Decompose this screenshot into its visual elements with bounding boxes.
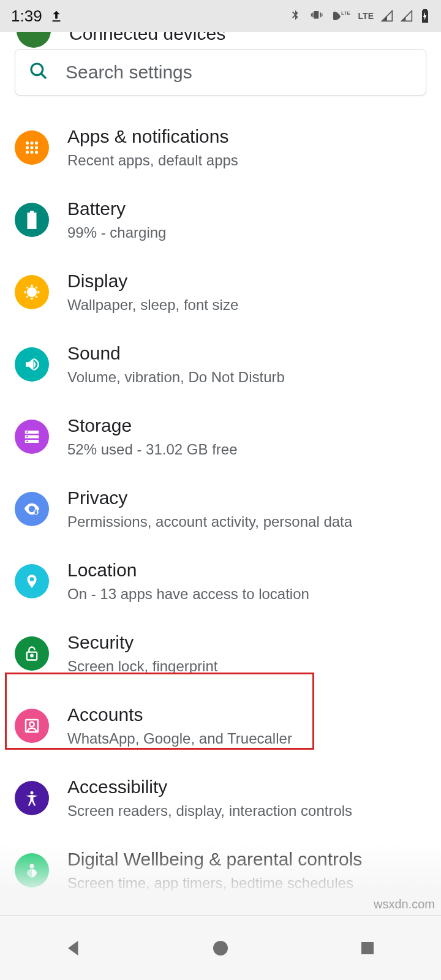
row-title: Battery bbox=[67, 197, 426, 221]
lte-icon: LTE bbox=[358, 11, 374, 21]
status-time: 1:39 bbox=[11, 7, 42, 26]
connected-devices-icon bbox=[17, 32, 51, 48]
partial-row-connected-devices[interactable]: Connected devices bbox=[0, 32, 441, 50]
row-accessibility[interactable]: Accessibility Screen readers, display, i… bbox=[0, 762, 441, 834]
svg-line-2 bbox=[41, 74, 46, 78]
svg-point-19 bbox=[30, 507, 33, 510]
row-privacy[interactable]: Privacy Permissions, account activity, p… bbox=[0, 473, 441, 545]
settings-list: Apps & notifications Recent apps, defaul… bbox=[0, 111, 441, 915]
svg-point-10 bbox=[31, 151, 34, 154]
battery-icon bbox=[15, 203, 49, 237]
svg-point-27 bbox=[31, 791, 34, 794]
volte-icon: LTE bbox=[333, 9, 351, 23]
search-input[interactable] bbox=[66, 62, 412, 83]
bluetooth-icon bbox=[288, 8, 302, 24]
row-title: Security bbox=[67, 631, 426, 654]
search-bar[interactable] bbox=[15, 49, 426, 96]
row-title: Accounts bbox=[67, 703, 426, 726]
svg-point-7 bbox=[31, 146, 34, 149]
row-subtitle: Screen lock, fingerprint bbox=[67, 657, 426, 676]
svg-point-26 bbox=[29, 722, 34, 727]
row-security[interactable]: Security Screen lock, fingerprint bbox=[0, 617, 441, 690]
row-battery[interactable]: Battery 99% - charging bbox=[0, 184, 441, 256]
apps-icon bbox=[15, 130, 49, 165]
row-title: Location bbox=[67, 559, 426, 582]
vibrate-icon bbox=[309, 9, 325, 23]
navigation-bar bbox=[0, 915, 441, 980]
nav-back-button[interactable] bbox=[55, 930, 92, 967]
svg-point-17 bbox=[26, 436, 28, 438]
nav-home-button[interactable] bbox=[202, 930, 239, 967]
wellbeing-icon bbox=[15, 853, 49, 888]
svg-rect-21 bbox=[35, 511, 37, 514]
svg-point-4 bbox=[31, 141, 34, 145]
row-subtitle: Volume, vibration, Do Not Disturb bbox=[67, 368, 426, 387]
row-title: Sound bbox=[67, 342, 426, 365]
security-icon bbox=[15, 636, 49, 671]
row-storage[interactable]: Storage 52% used - 31.02 GB free bbox=[0, 401, 441, 473]
svg-point-6 bbox=[26, 146, 29, 149]
svg-point-11 bbox=[35, 151, 38, 154]
location-icon bbox=[15, 564, 49, 598]
row-apps-notifications[interactable]: Apps & notifications Recent apps, defaul… bbox=[0, 111, 441, 184]
battery-charging-icon bbox=[420, 9, 430, 23]
sound-icon bbox=[15, 347, 49, 382]
svg-point-16 bbox=[26, 431, 28, 433]
search-icon bbox=[29, 61, 48, 83]
svg-point-3 bbox=[26, 141, 29, 145]
row-subtitle: WhatsApp, Google, and Truecaller bbox=[67, 729, 426, 748]
row-title: Privacy bbox=[67, 486, 426, 510]
row-subtitle: 99% - charging bbox=[67, 223, 426, 243]
row-accounts[interactable]: Accounts WhatsApp, Google, and Truecalle… bbox=[0, 690, 441, 762]
svg-point-12 bbox=[28, 288, 36, 296]
row-title: Apps & notifications bbox=[67, 125, 426, 148]
settings-content: Connected devices Apps & notifications R… bbox=[0, 32, 441, 915]
privacy-icon bbox=[15, 492, 49, 526]
display-icon bbox=[15, 275, 49, 309]
row-subtitle: On - 13 apps have access to location bbox=[67, 584, 426, 604]
row-location[interactable]: Location On - 13 apps have access to loc… bbox=[0, 545, 441, 617]
svg-point-5 bbox=[35, 141, 38, 145]
upload-icon bbox=[50, 9, 63, 23]
svg-point-8 bbox=[35, 146, 38, 149]
nav-recent-button[interactable] bbox=[349, 930, 386, 967]
svg-point-22 bbox=[30, 578, 34, 582]
row-title: Accessibility bbox=[67, 775, 426, 799]
storage-icon bbox=[15, 420, 49, 454]
svg-point-24 bbox=[31, 655, 33, 657]
watermark: wsxdn.com bbox=[374, 897, 435, 911]
svg-point-29 bbox=[213, 941, 228, 956]
svg-rect-30 bbox=[361, 942, 374, 954]
svg-text:LTE: LTE bbox=[341, 10, 350, 16]
accessibility-icon bbox=[15, 781, 49, 815]
signal-1-icon bbox=[381, 10, 393, 22]
row-subtitle: Wallpaper, sleep, font size bbox=[67, 295, 426, 315]
svg-point-18 bbox=[26, 440, 28, 442]
row-title: Digital Wellbeing & parental controls bbox=[67, 848, 426, 871]
row-subtitle: Recent apps, default apps bbox=[67, 151, 426, 170]
row-sound[interactable]: Sound Volume, vibration, Do Not Disturb bbox=[0, 328, 441, 401]
accounts-icon bbox=[15, 709, 49, 743]
svg-point-28 bbox=[30, 864, 34, 869]
status-bar: 1:39 LTE LTE bbox=[0, 0, 441, 32]
svg-point-9 bbox=[26, 151, 29, 154]
svg-point-1 bbox=[31, 64, 43, 75]
row-subtitle: 52% used - 31.02 GB free bbox=[67, 440, 426, 459]
partial-row-title: Connected devices bbox=[69, 32, 225, 44]
signal-2-icon bbox=[401, 10, 413, 22]
row-display[interactable]: Display Wallpaper, sleep, font size bbox=[0, 256, 441, 328]
row-title: Storage bbox=[67, 414, 426, 437]
row-title: Display bbox=[67, 270, 426, 293]
row-subtitle: Screen time, app timers, bedtime schedul… bbox=[67, 873, 426, 893]
row-digital-wellbeing[interactable]: Digital Wellbeing & parental controls Sc… bbox=[0, 834, 441, 907]
row-subtitle: Permissions, account activity, personal … bbox=[67, 512, 426, 532]
row-subtitle: Screen readers, display, interaction con… bbox=[67, 801, 426, 821]
